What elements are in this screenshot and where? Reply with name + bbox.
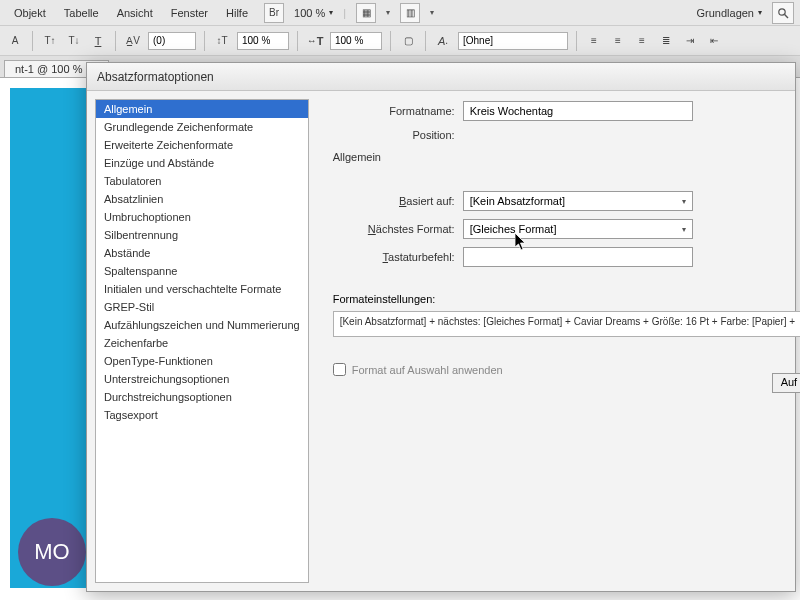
indent-right-icon[interactable]: ⇤ <box>705 32 723 50</box>
sidebar-item-tagsexport[interactable]: Tagsexport <box>96 406 308 424</box>
align-left-icon[interactable]: ≡ <box>585 32 603 50</box>
sidebar-item-zeichenfarbe[interactable]: Zeichenfarbe <box>96 334 308 352</box>
svg-point-0 <box>779 8 785 14</box>
basiert-dropdown[interactable]: [Kein Absatzformat]▾ <box>463 191 693 211</box>
dialog-main-pane: Formatname: Position: Allgemein Basiert … <box>313 91 800 591</box>
sidebar-item-abst-nde[interactable]: Abstände <box>96 244 308 262</box>
align-center-icon[interactable]: ≡ <box>609 32 627 50</box>
subscript-icon[interactable]: T↓ <box>65 32 83 50</box>
underline-icon[interactable]: T <box>89 32 107 50</box>
zoom-level[interactable]: 100 % ▾ <box>294 7 333 19</box>
sidebar-item-grundlegende-zeichenformate[interactable]: Grundlegende Zeichenformate <box>96 118 308 136</box>
svg-line-1 <box>785 14 788 17</box>
menu-tabelle[interactable]: Tabelle <box>56 4 107 22</box>
mo-circle: MO <box>18 518 86 586</box>
formatname-label: Formatname: <box>333 105 463 117</box>
document-tab-label: nt-1 @ 100 % <box>15 63 82 75</box>
dialog-title: Absatzformatoptionen <box>87 63 795 91</box>
kerning-icon[interactable]: A̲V <box>124 32 142 50</box>
hscale-icon[interactable]: ↕T <box>213 32 231 50</box>
menu-hilfe[interactable]: Hilfe <box>218 4 256 22</box>
hscale-field[interactable]: 100 % <box>237 32 289 50</box>
sidebar-item-opentype-funktionen[interactable]: OpenType-Funktionen <box>96 352 308 370</box>
control-panel: A T↑ T↓ T A̲V (0) ↕T 100 % ↔T 100 % ▢ A.… <box>0 26 800 56</box>
sidebar-item-durchstreichungsoptionen[interactable]: Durchstreichungsoptionen <box>96 388 308 406</box>
char-style-field[interactable]: [Ohne] <box>458 32 568 50</box>
indent-left-icon[interactable]: ⇥ <box>681 32 699 50</box>
sidebar-item-erweiterte-zeichenformate[interactable]: Erweiterte Zeichenformate <box>96 136 308 154</box>
justify-icon[interactable]: ≣ <box>657 32 675 50</box>
menu-bar: Objekt Tabelle Ansicht Fenster Hilfe Br … <box>0 0 800 26</box>
apply-checkbox[interactable] <box>333 363 346 376</box>
kerning-field[interactable]: (0) <box>148 32 196 50</box>
naechstes-label: Nächstes Format: <box>333 223 463 235</box>
workspace-switcher[interactable]: Grundlagen ▾ <box>697 7 763 19</box>
superscript-icon[interactable]: T↑ <box>41 32 59 50</box>
reset-button[interactable]: Auf <box>772 373 800 393</box>
char-style-icon[interactable]: A <box>6 32 24 50</box>
sidebar-item-einz-ge-und-abst-nde[interactable]: Einzüge und Abstände <box>96 154 308 172</box>
sidebar-item-unterstreichungsoptionen[interactable]: Unterstreichungsoptionen <box>96 370 308 388</box>
tastatur-label: Tastaturbefehl: <box>333 251 463 263</box>
basiert-label: Basiert auf: <box>333 195 463 207</box>
paragraph-style-options-dialog: Absatzformatoptionen AllgemeinGrundlegen… <box>86 62 796 592</box>
sidebar-item-allgemein[interactable]: Allgemein <box>96 100 308 118</box>
menu-objekt[interactable]: Objekt <box>6 4 54 22</box>
bridge-button[interactable]: Br <box>264 3 284 23</box>
position-label: Position: <box>333 129 463 141</box>
char-style-dd-icon[interactable]: A. <box>434 32 452 50</box>
align-right-icon[interactable]: ≡ <box>633 32 651 50</box>
apply-checkbox-label: Format auf Auswahl anwenden <box>352 364 503 376</box>
sidebar-item-absatzlinien[interactable]: Absatzlinien <box>96 190 308 208</box>
sidebar-item-silbentrennung[interactable]: Silbentrennung <box>96 226 308 244</box>
sidebar-item-grep-stil[interactable]: GREP-Stil <box>96 298 308 316</box>
search-icon[interactable] <box>772 2 794 24</box>
section-allgemein: Allgemein <box>333 151 800 163</box>
sidebar-item-tabulatoren[interactable]: Tabulatoren <box>96 172 308 190</box>
vscale-field[interactable]: 100 % <box>330 32 382 50</box>
menu-ansicht[interactable]: Ansicht <box>109 4 161 22</box>
arrange-docs-icon[interactable]: ▥ <box>400 3 420 23</box>
screen-mode-icon[interactable]: ▦ <box>356 3 376 23</box>
sidebar-item-spaltenspanne[interactable]: Spaltenspanne <box>96 262 308 280</box>
formatname-input[interactable] <box>463 101 693 121</box>
settings-summary: [Kein Absatzformat] + nächstes: [Gleiche… <box>333 311 800 337</box>
dialog-sidebar[interactable]: AllgemeinGrundlegende ZeichenformateErwe… <box>95 99 309 583</box>
menu-fenster[interactable]: Fenster <box>163 4 216 22</box>
sidebar-item-umbruchoptionen[interactable]: Umbruchoptionen <box>96 208 308 226</box>
sidebar-item-initialen-und-verschachtelte-formate[interactable]: Initialen und verschachtelte Formate <box>96 280 308 298</box>
tastatur-input[interactable] <box>463 247 693 267</box>
vscale-icon[interactable]: ↔T <box>306 32 324 50</box>
settings-label: Formateinstellungen: <box>333 293 800 305</box>
sidebar-item-aufz-hlungszeichen-und-nummerierung[interactable]: Aufzählungszeichen und Nummerierung <box>96 316 308 334</box>
naechstes-dropdown[interactable]: [Gleiches Format]▾ <box>463 219 693 239</box>
fill-swatch-icon[interactable]: ▢ <box>399 32 417 50</box>
